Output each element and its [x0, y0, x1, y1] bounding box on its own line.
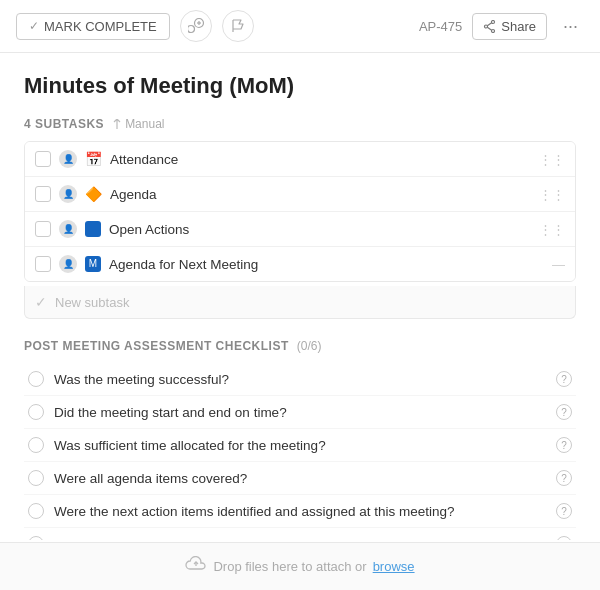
avatar: 👤 [59, 150, 77, 168]
avatar: 👤 [59, 220, 77, 238]
more-options-button[interactable]: ··· [557, 12, 584, 41]
subtask-emoji-4: M [85, 256, 101, 272]
share-label: Share [501, 19, 536, 34]
subtask-menu-4[interactable]: — [552, 257, 565, 272]
avatar: 👤 [59, 185, 77, 203]
check-icon: ✓ [29, 19, 39, 33]
checklist-radio-4[interactable] [28, 470, 44, 486]
new-subtask-check-icon: ✓ [35, 294, 47, 310]
subtask-checkbox-3[interactable] [35, 221, 51, 237]
flag-icon [231, 19, 245, 33]
subtask-menu-2[interactable]: ⋮⋮ [539, 187, 565, 202]
list-item: Did everyone track time? ? [24, 528, 576, 540]
checklist-info-2[interactable]: ? [556, 404, 572, 420]
browse-link[interactable]: browse [373, 559, 415, 574]
add-subtask-icon [188, 18, 204, 34]
checklist-header: POST MEETING ASSESSMENT CHECKLIST (0/6) [24, 339, 576, 353]
mark-complete-label: MARK COMPLETE [44, 19, 157, 34]
subtask-list: 👤 📅 Attendance ⋮⋮ 👤 🔶 Agenda ⋮⋮ 👤 Open A… [24, 141, 576, 282]
cloud-upload-icon [185, 556, 207, 577]
checklist-text-5: Were the next action items identified an… [54, 504, 546, 519]
subtasks-section-header: 4 SUBTASKS Manual [24, 117, 576, 131]
checklist-text-4: Were all agenda items covered? [54, 471, 546, 486]
subtask-checkbox-2[interactable] [35, 186, 51, 202]
avatar: 👤 [59, 255, 77, 273]
checklist-radio-3[interactable] [28, 437, 44, 453]
checklist-text-2: Did the meeting start and end on time? [54, 405, 546, 420]
main-content: Minutes of Meeting (MoM) 4 SUBTASKS Manu… [0, 53, 600, 540]
checklist-section: POST MEETING ASSESSMENT CHECKLIST (0/6) … [24, 339, 576, 540]
list-item: Were all agenda items covered? ? [24, 462, 576, 495]
svg-point-5 [492, 29, 495, 32]
table-row: 👤 M Agenda for Next Meeting — [25, 247, 575, 281]
subtask-emoji-2: 🔶 [85, 186, 102, 202]
drop-files-text: Drop files here to attach or [213, 559, 366, 574]
subtask-emoji-1: 📅 [85, 151, 102, 167]
table-row: 👤 🔶 Agenda ⋮⋮ [25, 177, 575, 212]
subtask-menu-1[interactable]: ⋮⋮ [539, 152, 565, 167]
checklist-text-3: Was sufficient time allocated for the me… [54, 438, 546, 453]
checklist-info-3[interactable]: ? [556, 437, 572, 453]
share-icon [483, 20, 496, 33]
footer: Drop files here to attach or browse [0, 542, 600, 590]
checklist-info-1[interactable]: ? [556, 371, 572, 387]
svg-line-7 [488, 22, 492, 25]
list-item: Did the meeting start and end on time? ? [24, 396, 576, 429]
checklist-radio-6[interactable] [28, 536, 44, 540]
new-subtask-row[interactable]: ✓ New subtask [24, 286, 576, 319]
svg-line-8 [488, 27, 492, 30]
checklist-text-6: Did everyone track time? [54, 537, 546, 541]
new-subtask-placeholder: New subtask [55, 295, 129, 310]
subtask-name-1: Attendance [110, 152, 531, 167]
subtask-checkbox-4[interactable] [35, 256, 51, 272]
cloud-icon-svg [185, 556, 207, 572]
mark-complete-button[interactable]: ✓ MARK COMPLETE [16, 13, 170, 40]
svg-point-3 [188, 26, 195, 33]
subtask-menu-3[interactable]: ⋮⋮ [539, 222, 565, 237]
checklist-count: (0/6) [297, 339, 322, 353]
subtask-emoji-3 [85, 221, 101, 237]
subtasks-count-label: 4 SUBTASKS [24, 117, 104, 131]
checklist-title: POST MEETING ASSESSMENT CHECKLIST [24, 339, 289, 353]
subtask-checkbox-1[interactable] [35, 151, 51, 167]
add-subtask-button[interactable] [180, 10, 212, 42]
flag-button[interactable] [222, 10, 254, 42]
list-item: Were the next action items identified an… [24, 495, 576, 528]
share-button[interactable]: Share [472, 13, 547, 40]
header-left: ✓ MARK COMPLETE [16, 10, 254, 42]
table-row: 👤 Open Actions ⋮⋮ [25, 212, 575, 247]
subtask-name-2: Agenda [110, 187, 531, 202]
checklist-radio-1[interactable] [28, 371, 44, 387]
header: ✓ MARK COMPLETE AP-475 [0, 0, 600, 53]
sort-icon [112, 119, 122, 129]
task-id: AP-475 [419, 19, 462, 34]
sort-label: Manual [112, 117, 164, 131]
checklist-info-4[interactable]: ? [556, 470, 572, 486]
header-right: AP-475 Share ··· [419, 12, 584, 41]
page-title: Minutes of Meeting (MoM) [24, 73, 576, 99]
checklist-text-1: Was the meeting successful? [54, 372, 546, 387]
svg-point-4 [492, 20, 495, 23]
subtask-name-4: Agenda for Next Meeting [109, 257, 544, 272]
list-item: Was the meeting successful? ? [24, 363, 576, 396]
subtask-name-3: Open Actions [109, 222, 531, 237]
list-item: Was sufficient time allocated for the me… [24, 429, 576, 462]
checklist-info-5[interactable]: ? [556, 503, 572, 519]
checklist-info-6[interactable]: ? [556, 536, 572, 540]
svg-point-6 [485, 25, 488, 28]
checklist-radio-5[interactable] [28, 503, 44, 519]
checklist-radio-2[interactable] [28, 404, 44, 420]
table-row: 👤 📅 Attendance ⋮⋮ [25, 142, 575, 177]
